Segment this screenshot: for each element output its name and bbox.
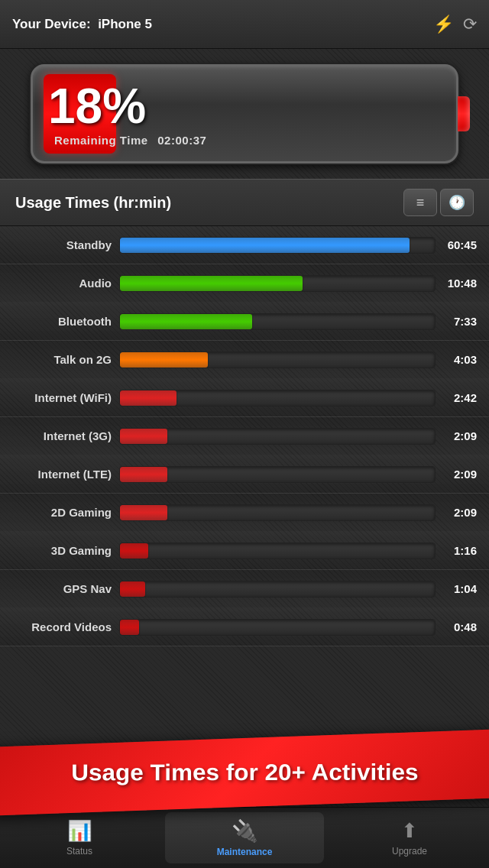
usage-label: Internet (3G) <box>12 429 119 442</box>
usage-value: 0:48 <box>436 620 477 633</box>
usage-bar-fill <box>120 429 167 444</box>
usage-label: 2D Gaming <box>12 506 119 519</box>
usage-label: GPS Nav <box>12 582 119 595</box>
usage-bar-fill <box>120 581 145 597</box>
tab-maintenance-label: Maintenance <box>217 847 273 857</box>
usage-bar-fill <box>120 276 303 291</box>
usage-label: Standby <box>12 238 119 251</box>
device-name: iPhone 5 <box>98 17 152 31</box>
usage-bar-track <box>119 275 436 292</box>
usage-label: 3D Gaming <box>12 544 119 557</box>
battery-section: 18% Remaining Time 02:00:37 <box>0 49 489 179</box>
usage-value: 2:42 <box>436 391 477 404</box>
usage-bar-fill <box>120 238 410 253</box>
usage-bar-track <box>119 390 436 406</box>
usage-value: 60:45 <box>436 238 477 251</box>
usage-value: 2:09 <box>436 468 477 481</box>
tab-upgrade-label: Upgrade <box>392 846 427 857</box>
usage-bar-fill <box>120 314 252 329</box>
usage-label: Audio <box>12 277 119 290</box>
usage-title: Usage Times (hr:min) <box>15 194 171 212</box>
usage-bar-fill <box>120 620 139 635</box>
usage-row: Internet (WiFi) 2:42 <box>0 379 489 417</box>
usage-row: Standby 60:45 <box>0 226 489 264</box>
usage-label: Internet (WiFi) <box>12 391 119 404</box>
header: Your Device: iPhone 5 ⚡ ⟳ <box>0 0 489 49</box>
tab-status-label: Status <box>66 846 92 857</box>
maintenance-icon: 🔌 <box>232 818 258 844</box>
usage-label: Bluetooth <box>12 315 119 328</box>
usage-bar-track <box>119 619 436 636</box>
usage-bar-track <box>119 581 436 598</box>
usage-value: 10:48 <box>436 277 477 290</box>
usage-bar-fill <box>120 390 176 406</box>
status-icon: 📊 <box>67 819 92 843</box>
plug-icon[interactable]: ⚡ <box>433 15 454 34</box>
usage-value: 1:16 <box>436 544 477 557</box>
device-label: Your Device: iPhone 5 <box>12 17 152 32</box>
usage-bar-fill <box>120 543 148 559</box>
usage-value: 4:03 <box>436 353 477 366</box>
battery-remaining: Remaining Time 02:00:37 <box>48 134 206 147</box>
tab-upgrade[interactable]: ⬆ Upgrade <box>330 813 489 863</box>
usage-bar-track <box>119 542 436 559</box>
usage-bar-track <box>119 428 436 445</box>
usage-bar-track <box>119 504 436 521</box>
usage-value: 7:33 <box>436 315 477 328</box>
usage-row: Audio 10:48 <box>0 264 489 303</box>
usage-value: 1:04 <box>436 582 477 595</box>
tab-status[interactable]: 📊 Status <box>0 813 159 863</box>
usage-row: Internet (LTE) 2:09 <box>0 455 489 494</box>
usage-bar-fill <box>120 352 208 368</box>
usage-value: 2:09 <box>436 506 477 519</box>
promo-text: Usage Times for 20+ Activities <box>71 759 418 787</box>
battery-widget: 18% Remaining Time 02:00:37 <box>31 64 458 164</box>
battery-tip <box>458 96 470 131</box>
usage-bar-fill <box>120 505 167 520</box>
usage-label: Record Videos <box>12 620 119 633</box>
main-content: Your Device: iPhone 5 ⚡ ⟳ 18% Remaining … <box>0 0 489 807</box>
usage-label: Internet (LTE) <box>12 468 119 481</box>
tab-bar: 📊 Status 🔌 Maintenance ⬆ Upgrade <box>0 807 489 868</box>
refresh-icon[interactable]: ⟳ <box>463 15 477 34</box>
usage-bar-track <box>119 466 436 483</box>
usage-bar-fill <box>120 467 167 482</box>
usage-header: Usage Times (hr:min) ≡ 🕐 <box>0 179 489 226</box>
usage-row: Record Videos 0:48 <box>0 608 489 646</box>
usage-label: Talk on 2G <box>12 353 119 366</box>
usage-controls: ≡ 🕐 <box>403 189 474 216</box>
usage-bar-track <box>119 237 436 254</box>
usage-row: Bluetooth 7:33 <box>0 303 489 341</box>
usage-row: 2D Gaming 2:09 <box>0 494 489 532</box>
usage-row: 3D Gaming 1:16 <box>0 532 489 570</box>
battery-percent: 18% <box>48 82 206 131</box>
usage-row: GPS Nav 1:04 <box>0 570 489 608</box>
upgrade-icon: ⬆ <box>401 819 418 843</box>
clock-button[interactable]: 🕐 <box>440 189 474 216</box>
battery-content: 18% Remaining Time 02:00:37 <box>48 66 206 161</box>
usage-bar-track <box>119 313 436 330</box>
usage-row: Talk on 2G 4:03 <box>0 341 489 379</box>
tab-maintenance[interactable]: 🔌 Maintenance <box>165 812 324 863</box>
usage-list: Standby 60:45 Audio 10:48 Bluetooth 7:33… <box>0 226 489 807</box>
usage-row: Internet (3G) 2:09 <box>0 417 489 455</box>
header-icons: ⚡ ⟳ <box>433 15 477 34</box>
usage-value: 2:09 <box>436 429 477 442</box>
sort-button[interactable]: ≡ <box>403 189 437 216</box>
usage-bar-track <box>119 351 436 368</box>
